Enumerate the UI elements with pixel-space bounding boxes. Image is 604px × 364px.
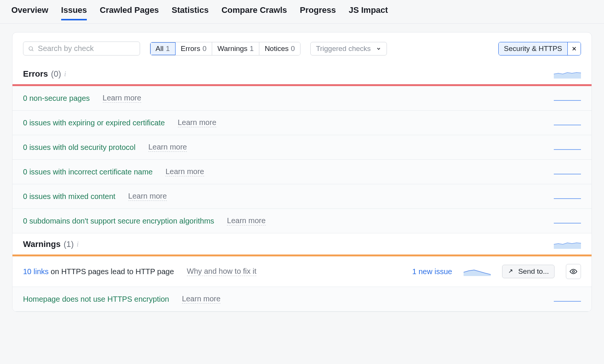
filter-all-count: 1: [166, 45, 170, 53]
tab-compare-crawls[interactable]: Compare Crawls: [222, 5, 287, 20]
filter-all[interactable]: All 1: [150, 42, 176, 55]
search-icon: [28, 45, 34, 52]
issue-text: 0 issues with mixed content: [23, 192, 116, 201]
severity-filter: All 1 Errors 0 Warnings 1 Notices 0: [150, 42, 300, 56]
top-tabs: Overview Issues Crawled Pages Statistics…: [0, 0, 604, 24]
section-errors-header: Errors (0) i: [12, 63, 592, 84]
issue-row[interactable]: 0 issues with incorrect certificate name…: [12, 160, 592, 184]
tab-progress[interactable]: Progress: [300, 5, 336, 20]
issue-row[interactable]: 0 subdomains don't support secure encryp…: [12, 209, 592, 233]
tab-statistics[interactable]: Statistics: [172, 5, 209, 20]
issue-text: 0 issues with old security protocol: [23, 143, 136, 152]
sparkline: [464, 267, 491, 276]
tab-issues[interactable]: Issues: [61, 5, 87, 20]
info-icon[interactable]: i: [64, 70, 66, 78]
svg-line-1: [32, 50, 33, 51]
learn-more-link[interactable]: Learn more: [148, 143, 187, 152]
issues-panel: All 1 Errors 0 Warnings 1 Notices 0 Trig…: [12, 32, 592, 312]
dropdown-label: Triggered checks: [316, 45, 371, 53]
filter-notices-label: Notices: [265, 45, 288, 53]
category-chip: Security & HTTPS: [498, 42, 581, 56]
sparkline: [554, 100, 581, 101]
send-to-label: Send to...: [518, 267, 549, 276]
section-warnings-count: (1): [63, 239, 74, 249]
sparkline-errors-header: [554, 69, 581, 79]
tab-overview[interactable]: Overview: [11, 5, 48, 20]
issue-link-count[interactable]: 10 links: [23, 267, 49, 276]
tab-crawled-pages[interactable]: Crawled Pages: [100, 5, 159, 20]
svg-point-4: [573, 271, 575, 273]
chip-label: Security & HTTPS: [499, 42, 567, 55]
issue-text: 10 links on HTTPS pages lead to HTTP pag…: [23, 267, 174, 276]
issue-text: 0 issues with expiring or expired certif…: [23, 119, 165, 127]
sparkline-warnings-header: [554, 240, 581, 249]
sparkline: [554, 301, 581, 302]
why-fix-link[interactable]: Why and how to fix it: [187, 267, 257, 276]
filter-errors[interactable]: Errors 0: [176, 42, 212, 55]
filter-all-label: All: [156, 45, 163, 53]
learn-more-link[interactable]: Learn more: [227, 216, 265, 225]
issue-text: Homepage does not use HTTPS encryption: [23, 295, 169, 304]
issue-text: 0 subdomains don't support secure encryp…: [23, 217, 214, 225]
issue-row[interactable]: 0 non-secure pages Learn more: [12, 86, 592, 111]
filter-notices-count: 0: [291, 45, 295, 53]
section-errors-count: (0): [51, 69, 61, 79]
sparkline: [554, 174, 581, 174]
search-input-wrapper[interactable]: [23, 42, 140, 56]
sparkline: [554, 223, 581, 224]
issue-row[interactable]: Homepage does not use HTTPS encryption L…: [12, 287, 592, 312]
close-icon: [572, 46, 577, 51]
learn-more-link[interactable]: Learn more: [165, 167, 204, 176]
filter-warnings[interactable]: Warnings 1: [212, 42, 259, 55]
section-warnings-header: Warnings (1) i: [12, 233, 592, 254]
learn-more-link[interactable]: Learn more: [128, 192, 167, 201]
issue-row[interactable]: 0 issues with old security protocol Lear…: [12, 135, 592, 160]
sparkline: [554, 198, 581, 199]
tab-js-impact[interactable]: JS Impact: [349, 5, 388, 20]
filter-notices[interactable]: Notices 0: [259, 42, 300, 55]
section-errors-title: Errors: [23, 69, 48, 79]
filter-bar: All 1 Errors 0 Warnings 1 Notices 0 Trig…: [12, 32, 592, 63]
chevron-down-icon: [376, 46, 381, 51]
triggered-checks-dropdown[interactable]: Triggered checks: [310, 42, 387, 56]
learn-more-link[interactable]: Learn more: [178, 118, 216, 127]
filter-errors-label: Errors: [181, 45, 200, 53]
issue-text: 0 non-secure pages: [23, 94, 90, 103]
section-warnings-title: Warnings: [23, 239, 60, 249]
send-to-button[interactable]: Send to...: [502, 265, 555, 278]
view-button[interactable]: [566, 264, 581, 279]
eye-icon: [570, 268, 577, 275]
issue-row[interactable]: 0 issues with expiring or expired certif…: [12, 111, 592, 135]
search-input[interactable]: [38, 44, 135, 53]
sparkline: [554, 149, 581, 150]
new-issue-badge[interactable]: 1 new issue: [412, 267, 452, 276]
issue-text: 0 issues with incorrect certificate name: [23, 168, 153, 176]
learn-more-link[interactable]: Learn more: [103, 94, 141, 103]
filter-warnings-count: 1: [250, 45, 254, 53]
filter-errors-count: 0: [202, 45, 206, 53]
filter-warnings-label: Warnings: [217, 45, 248, 53]
svg-point-0: [29, 46, 33, 50]
issue-row[interactable]: 10 links on HTTPS pages lead to HTTP pag…: [12, 256, 592, 287]
chip-remove[interactable]: [567, 42, 581, 55]
sparkline: [554, 125, 581, 125]
share-icon: [508, 268, 515, 275]
learn-more-link[interactable]: Learn more: [182, 295, 220, 304]
issue-link-rest: on HTTPS pages lead to HTTP page: [49, 267, 174, 276]
info-icon[interactable]: i: [77, 241, 79, 248]
issue-row[interactable]: 0 issues with mixed content Learn more: [12, 184, 592, 209]
